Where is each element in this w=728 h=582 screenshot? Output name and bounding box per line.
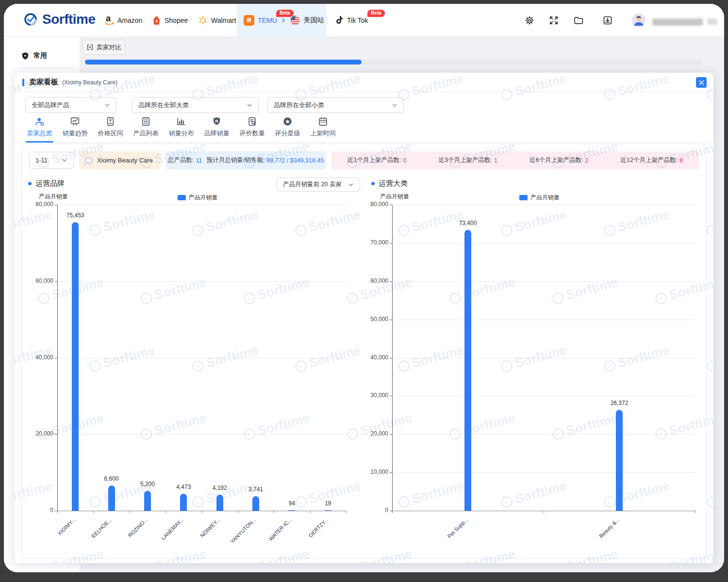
y-tick-label: 20,000 [22,430,53,437]
y-tick-label: 0 [22,507,53,514]
y-tick-mark [390,243,392,243]
filter-value: 品牌所在全部大类 [138,101,189,110]
legend-swatch [178,195,186,200]
bar[interactable] [216,495,223,511]
bar-value-label: 26,372 [595,400,644,406]
x-tick-mark [130,511,130,513]
tab-listing-time[interactable]: 上架时间 [305,116,341,142]
tab-label: 销量分布 [169,129,194,138]
gridline [392,472,695,473]
x-tick-mark [57,511,58,513]
gridline [392,358,695,358]
brand-products-filter[interactable]: 全部品牌产品 [25,97,116,113]
title-accent-bar [22,79,24,86]
bar[interactable] [252,496,259,511]
fullscreen-icon[interactable] [548,15,559,26]
bar[interactable] [464,230,471,511]
nav-tab-shopee[interactable]: S Shopee [152,4,188,37]
brand-category-filter[interactable]: 品牌所在全部大类 [132,97,259,113]
horizontal-scrollbar-track[interactable] [85,60,702,65]
top-navigation: Sorftime a Amazon S Shopee [4,4,724,37]
shopee-icon: S [152,16,161,26]
bar[interactable] [616,410,623,511]
brand-sales-bar-chart: 产品月销量产品月销量020,00040,00060,00080,00075,45… [24,192,364,560]
gridline [57,205,346,205]
x-tick-mark [93,511,94,513]
y-axis-title: 产品月销量 [380,193,409,201]
x-tick-mark [274,511,274,513]
top-sellers-select[interactable]: 产品月销量前 20 卖家 [277,178,360,192]
y-tick-mark [390,205,392,205]
sales-trend-icon [70,116,80,127]
y-tick-mark [390,320,392,320]
seller-range-select[interactable]: 1-11 [29,152,74,169]
bar[interactable] [288,510,295,511]
chevron-down-icon [247,102,252,108]
x-tick-mark [238,511,238,513]
settings-gear-icon[interactable] [524,15,535,26]
x-tick-mark [346,511,347,513]
bar[interactable] [108,485,115,511]
tab-brand-sales[interactable]: R 品牌销量 [199,116,234,142]
bar-value-label: 3,741 [232,486,280,493]
x-tick-mark [310,511,311,513]
bar-value-label: 19 [304,500,352,507]
user-avatar[interactable] [632,14,645,27]
watermark-check-icon: ✓ [139,563,153,563]
tab-label: 卖家总览 [27,129,52,138]
nav-tab-amazon-label: Amazon [117,16,142,24]
tab-price-range[interactable]: ¥ 价格区间 [93,116,128,142]
sidebar-item-favorites[interactable]: ★ 常用 [21,51,47,60]
y-tick-mark [390,396,392,396]
nav-tab-amazon[interactable]: a Amazon [104,4,142,37]
gridline [57,358,346,358]
nav-divider [190,16,190,25]
bar[interactable] [325,510,331,511]
bar[interactable] [180,494,187,511]
sorftime-logo[interactable]: Sorftime [23,12,96,27]
tiktok-beta-badge: Beta [367,10,385,17]
folder-icon[interactable] [573,15,584,26]
x-axis-label: GERTZY... [294,517,330,552]
filter-value: 品牌所在全部小类 [274,101,324,110]
download-icon[interactable] [602,15,613,26]
left-chart-header: 运营品牌 [28,179,65,188]
tab-star-rating[interactable]: 评分星级 [270,116,305,142]
tab-sales-trend[interactable]: 销量趋势 [57,116,93,142]
nav-tab-temu[interactable]: 拼 TEMU Beta [237,4,326,37]
tab-seller-overview[interactable]: 卖家总览 [22,116,57,142]
tab-label: 上架时间 [311,129,336,138]
tab-product-list[interactable]: 产品列表 [128,116,164,142]
tab-review-count[interactable]: 评价数量 [234,116,270,142]
y-tick-label: 70,000 [357,239,388,246]
tab-label: 产品列表 [133,129,159,138]
seller-compare-button[interactable]: 卖家对比 [83,40,125,55]
logo-text: Sorftime [42,12,96,27]
close-button[interactable] [696,77,707,88]
active-tab-indicator [26,141,53,143]
y-tick-label: 40,000 [22,354,53,361]
seller-name-chip[interactable]: Xioimy Beauty Care [79,151,161,169]
tab-sales-distribution[interactable]: 销量分布 [164,116,199,142]
watermark-check-icon: ✓ [551,563,565,563]
compare-icon [86,44,94,51]
right-chart-title: 运营大类 [379,179,408,188]
gridline [392,243,695,243]
nav-tab-tiktok[interactable]: Tik Tok Beta [335,4,368,37]
nav-tab-walmart[interactable]: Walmart [198,4,236,37]
gridline [392,281,695,282]
nav-tab-temu-label: TEMU Beta [258,16,277,24]
brand-subcategory-filter[interactable]: 品牌所在全部小类 [267,97,404,113]
modal-title: 卖家看板 [29,78,58,87]
review-count-icon [247,116,257,127]
sidebar-item-label: 常用 [33,51,47,60]
x-tick-mark [544,511,544,513]
x-axis-label: ROZINO... [113,517,149,552]
bar-value-label: 73,400 [444,220,492,226]
legend-swatch [519,195,528,200]
bar[interactable] [144,491,151,511]
horizontal-scrollbar-thumb[interactable] [85,60,362,65]
y-tick-label: 60,000 [357,277,388,284]
legend-label: 产品月销量 [530,194,560,202]
bar[interactable] [72,222,79,511]
